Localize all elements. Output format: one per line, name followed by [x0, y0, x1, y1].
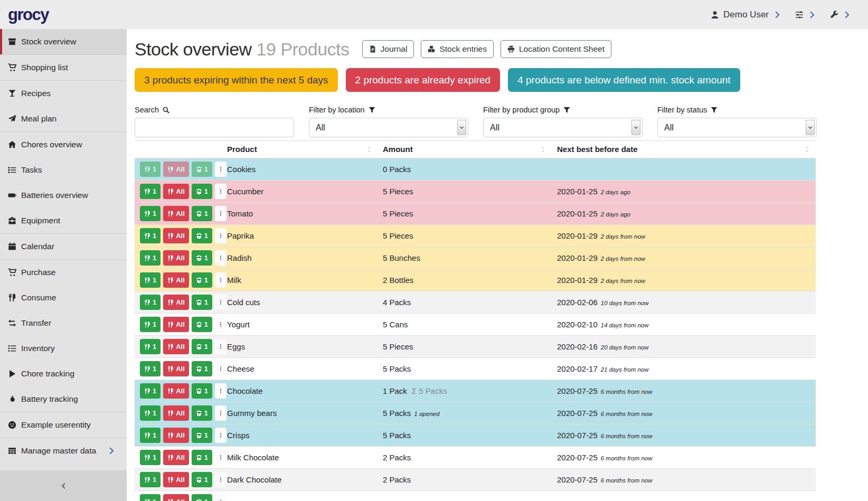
sidebar-item-purchase[interactable]: Purchase	[0, 260, 127, 285]
date-column-header[interactable]: Next best before date	[552, 141, 816, 158]
open-one-button[interactable]: 1	[192, 295, 212, 310]
consume-one-button[interactable]: 1	[140, 228, 161, 243]
consume-one-button[interactable]: 1	[140, 361, 161, 376]
sidebar-item-recipes[interactable]: Recipes	[0, 81, 127, 106]
row-menu-button[interactable]	[215, 383, 227, 399]
sidebar-item-consume[interactable]: Consume	[0, 285, 127, 310]
alert-warning[interactable]: 3 products expiring within the next 5 da…	[135, 68, 338, 92]
consume-all-button[interactable]: All	[163, 383, 189, 399]
sidebar-item-calendar[interactable]: Calendar	[0, 234, 127, 259]
open-one-button[interactable]: 1	[192, 428, 212, 443]
amount-column-header[interactable]: Amount	[378, 141, 552, 158]
consume-one-button[interactable]: 1	[140, 339, 161, 354]
consume-all-button[interactable]: All	[163, 494, 189, 501]
row-menu-button[interactable]	[215, 339, 227, 354]
filter-by-product-group-select[interactable]: All	[483, 118, 643, 137]
settings-menu[interactable]	[795, 11, 816, 19]
user-menu[interactable]: Demo User	[711, 10, 781, 20]
sidebar-item-transfer[interactable]: Transfer	[0, 310, 127, 336]
sidebar-item-battery-tracking[interactable]: Battery tracking	[0, 386, 127, 412]
row-menu-button[interactable]	[215, 472, 227, 487]
row-menu-button[interactable]	[215, 228, 227, 243]
row-menu-button[interactable]	[215, 295, 227, 310]
open-one-button[interactable]: 1	[192, 339, 212, 354]
journal-button[interactable]: Journal	[362, 40, 414, 58]
sort-icon[interactable]	[540, 146, 546, 153]
consume-all-button[interactable]: All	[163, 472, 189, 487]
sort-icon[interactable]	[804, 146, 810, 153]
consume-all-button[interactable]: All	[163, 250, 189, 266]
consume-one-button[interactable]: 1	[140, 450, 161, 465]
consume-one-button[interactable]: 1	[140, 494, 161, 501]
consume-one-button[interactable]: 1	[140, 317, 161, 332]
sidebar-item-stock-overview[interactable]: Stock overview	[0, 29, 127, 54]
row-menu-button[interactable]	[215, 428, 227, 443]
sidebar-item-shopping-list[interactable]: Shopping list	[0, 55, 127, 80]
consume-one-button[interactable]: 1	[140, 184, 161, 199]
sidebar-item-meal-plan[interactable]: Meal plan	[0, 106, 127, 131]
consume-all-button[interactable]: All	[163, 428, 189, 443]
filter-by-status-select[interactable]: All	[657, 118, 817, 137]
consume-one-button[interactable]: 1	[140, 250, 161, 266]
sort-icon[interactable]	[366, 146, 372, 153]
sidebar-item-equipment[interactable]: Equipment	[0, 208, 127, 233]
search-input[interactable]	[135, 118, 294, 137]
sidebar-item-chores-overview[interactable]: Chores overview	[0, 132, 127, 157]
consume-one-button[interactable]: 1	[140, 295, 161, 310]
open-one-button[interactable]: 1	[192, 405, 212, 421]
consume-all-button[interactable]: All	[163, 272, 189, 288]
admin-menu[interactable]	[830, 11, 851, 19]
row-menu-button[interactable]	[215, 317, 227, 332]
open-one-button[interactable]: 1	[192, 383, 212, 399]
consume-all-button[interactable]: All	[163, 206, 189, 221]
consume-all-button[interactable]: All	[163, 295, 189, 310]
sidebar-item-inventory[interactable]: Inventory	[0, 336, 127, 361]
row-menu-button[interactable]	[215, 361, 227, 376]
consume-one-button[interactable]: 1	[140, 272, 161, 288]
row-menu-button[interactable]	[215, 405, 227, 421]
consume-all-button[interactable]: All	[163, 162, 189, 177]
consume-one-button[interactable]: 1	[140, 383, 161, 399]
consume-all-button[interactable]: All	[163, 339, 189, 354]
grocy-logo[interactable]: grocy	[8, 5, 49, 24]
sidebar-item-manage-master-data[interactable]: Manage master data	[0, 438, 127, 464]
consume-one-button[interactable]: 1	[140, 206, 161, 221]
consume-one-button[interactable]: 1	[140, 428, 161, 443]
open-one-button[interactable]: 1	[192, 206, 212, 221]
open-one-button[interactable]: 1	[192, 250, 212, 266]
open-one-button[interactable]: 1	[192, 450, 212, 465]
open-one-button[interactable]: 1	[192, 162, 212, 177]
sidebar-item-tasks[interactable]: Tasks	[0, 157, 127, 183]
sidebar-item-batteries-overview[interactable]: Batteries overview	[0, 183, 127, 208]
consume-all-button[interactable]: All	[163, 228, 189, 243]
open-one-button[interactable]: 1	[192, 272, 212, 288]
row-menu-button[interactable]	[215, 450, 227, 465]
consume-one-button[interactable]: 1	[140, 162, 161, 177]
consume-all-button[interactable]: All	[163, 317, 189, 332]
sidebar-item-chore-tracking[interactable]: Chore tracking	[0, 361, 127, 386]
location-content-sheet-button[interactable]: Location Content Sheet	[501, 40, 611, 58]
consume-all-button[interactable]: All	[163, 450, 189, 465]
stock-entries-button[interactable]: Stock entries	[421, 40, 494, 58]
consume-all-button[interactable]: All	[163, 184, 189, 199]
sidebar-item-example-userentity[interactable]: Example userentity	[0, 412, 127, 438]
row-menu-button[interactable]	[215, 162, 227, 177]
consume-all-button[interactable]: All	[163, 405, 189, 421]
consume-all-button[interactable]: All	[163, 361, 189, 376]
row-menu-button[interactable]	[215, 184, 227, 199]
open-one-button[interactable]: 1	[192, 228, 212, 243]
sidebar-collapse-button[interactable]	[0, 470, 127, 501]
open-one-button[interactable]: 1	[192, 494, 212, 501]
consume-one-button[interactable]: 1	[140, 405, 161, 421]
open-one-button[interactable]: 1	[192, 184, 212, 199]
alert-danger[interactable]: 2 products are already expired	[346, 68, 501, 92]
filter-by-location-select[interactable]: All	[309, 118, 468, 137]
open-one-button[interactable]: 1	[192, 317, 212, 332]
product-column-header[interactable]: Product	[222, 141, 378, 158]
row-menu-button[interactable]	[215, 494, 227, 501]
row-menu-button[interactable]	[215, 272, 227, 288]
alert-info[interactable]: 4 products are below defined min. stock …	[508, 68, 740, 92]
open-one-button[interactable]: 1	[192, 361, 212, 376]
open-one-button[interactable]: 1	[192, 472, 212, 487]
row-menu-button[interactable]	[215, 206, 227, 221]
